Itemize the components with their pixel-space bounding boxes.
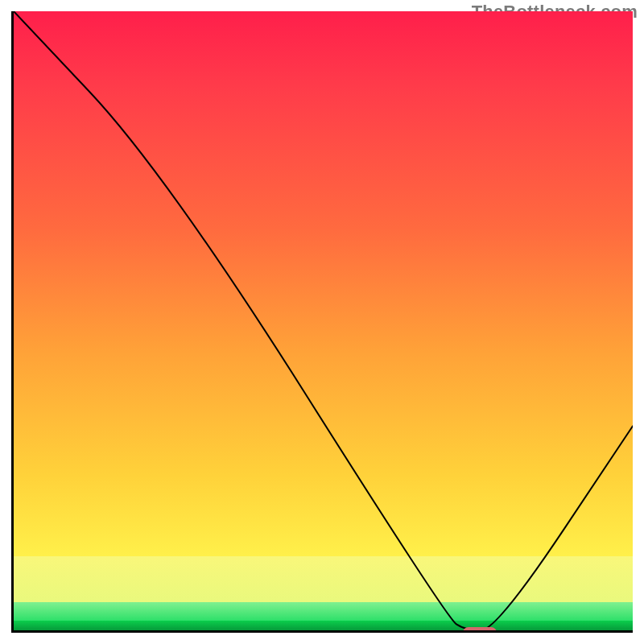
bottleneck-chart: TheBottleneck.com (0, 0, 644, 644)
plot-area (11, 11, 633, 633)
curve-layer (14, 11, 633, 630)
bottleneck-curve-path (14, 11, 633, 630)
optimal-range-marker (463, 627, 497, 633)
